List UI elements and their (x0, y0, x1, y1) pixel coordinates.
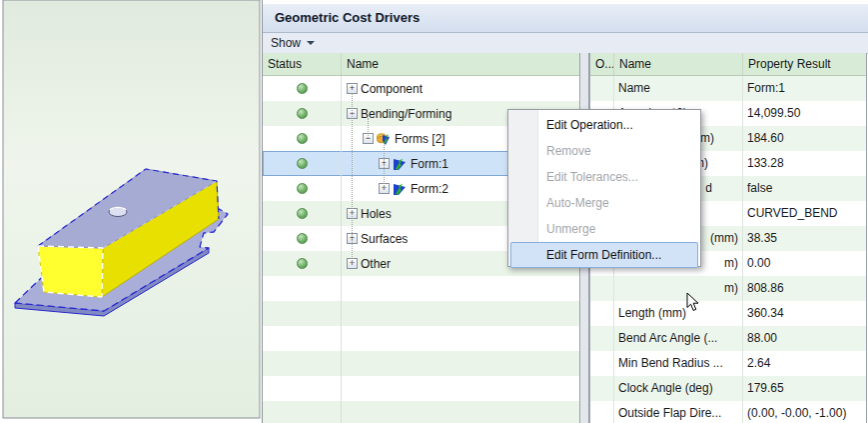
column-header-name[interactable]: Name (614, 53, 743, 75)
tree-item-label: Component (361, 82, 423, 96)
property-value: false (743, 176, 866, 201)
tree-guide-line (384, 143, 385, 188)
chevron-down-icon (307, 41, 315, 45)
tree-item-label: Holes (361, 207, 392, 221)
property-row[interactable]: Min Bend Radius ...2.64 (590, 351, 866, 376)
cost-drivers-pane: Geometric Cost Drivers Show Status Name (262, 0, 868, 423)
tree-item-label: Other (361, 257, 391, 271)
property-value: 14,099.50 (743, 101, 866, 126)
property-value: 2.64 (743, 351, 866, 376)
tree-empty-row (263, 376, 579, 401)
context-menu: Edit Operation... Remove Edit Tolerances… (507, 109, 701, 267)
tree-item-label: Form:1 (411, 157, 448, 171)
column-header-property-result[interactable]: Property Result (743, 53, 866, 75)
form-icon (393, 182, 407, 196)
mouse-cursor-icon (686, 292, 700, 315)
tree-empty-row (263, 401, 579, 423)
property-row[interactable]: m)808.86 (590, 276, 866, 301)
property-row[interactable]: Length (mm)360.34 (590, 301, 866, 326)
property-value: 179.65 (743, 376, 866, 401)
property-value: Form:1 (743, 76, 866, 101)
status-ok-icon (297, 183, 308, 194)
property-value: 0.00 (743, 251, 866, 276)
status-ok-icon (297, 233, 308, 244)
property-row[interactable]: Outside Flap Dire...(0.00, -0.00, -1.00) (590, 401, 866, 423)
tree-empty-row (263, 301, 579, 326)
page-title: Geometric Cost Drivers (275, 10, 420, 25)
status-ok-icon (297, 83, 308, 94)
menu-item-edit-tolerances: Edit Tolerances... (508, 164, 700, 190)
property-name: Length (mm) (614, 301, 743, 326)
model-3d-viewport[interactable] (0, 0, 262, 423)
status-ok-icon (297, 208, 308, 219)
menu-item-edit-form-definition[interactable]: Edit Form Definition... (510, 242, 698, 268)
menu-item-unmerge: Unmerge (508, 216, 700, 242)
tree-guide-line (352, 93, 353, 263)
tree-item-label: Surfaces (361, 232, 408, 246)
show-dropdown-label: Show (271, 33, 301, 53)
status-ok-icon (297, 258, 308, 269)
column-header-op[interactable]: O... (590, 53, 614, 75)
property-name: Bend Arc Angle (... (614, 326, 743, 351)
tree-header-row: Status Name (263, 53, 579, 76)
tree-item-label: Bending/Forming (361, 107, 451, 121)
form-icon (393, 157, 407, 171)
app-window: Geometric Cost Drivers Show Status Name (0, 0, 868, 423)
column-header-status[interactable]: Status (263, 53, 342, 75)
property-name: Clock Angle (deg) (614, 376, 743, 401)
sheet-metal-part-3d-model (0, 0, 262, 423)
property-name: Outside Flap Dire... (614, 401, 743, 423)
show-dropdown-button[interactable]: Show (271, 33, 315, 53)
property-value: 360.34 (743, 301, 866, 326)
tree-item-label: Forms [2] (395, 132, 445, 146)
tree-empty-row (263, 276, 579, 301)
property-name: Min Bend Radius ... (614, 351, 743, 376)
property-row[interactable]: Bend Arc Angle (...88.00 (590, 326, 866, 351)
status-ok-icon (297, 133, 308, 144)
tree-guide-line (368, 118, 369, 138)
show-toolbar: Show (263, 33, 868, 54)
property-value: 38.35 (743, 226, 866, 251)
property-value: 133.28 (743, 151, 866, 176)
menu-item-auto-merge: Auto-Merge (508, 190, 700, 216)
property-value: 808.86 (743, 276, 866, 301)
column-header-name[interactable]: Name (342, 53, 579, 75)
property-value: 184.60 (743, 126, 866, 151)
property-name-partially-covered: m) (614, 276, 743, 301)
menu-item-remove: Remove (508, 138, 700, 164)
status-ok-icon (297, 108, 308, 119)
property-value: (0.00, -0.00, -1.00) (743, 401, 866, 423)
tree-item-label: Form:2 (411, 182, 448, 196)
menu-item-edit-operation[interactable]: Edit Operation... (508, 112, 700, 138)
property-name: Name (614, 76, 743, 101)
property-row[interactable]: Clock Angle (deg)179.65 (590, 376, 866, 401)
property-row[interactable]: NameForm:1 (590, 76, 866, 101)
tree-row-component[interactable]: Component (263, 76, 579, 101)
pane-title-bar: Geometric Cost Drivers (263, 4, 868, 33)
property-value: CURVED_BEND (743, 201, 866, 226)
tree-empty-row (263, 326, 579, 351)
properties-header-row: O... Name Property Result (590, 53, 866, 76)
status-ok-icon (297, 158, 308, 169)
property-value: 88.00 (743, 326, 866, 351)
tree-empty-row (263, 351, 579, 376)
